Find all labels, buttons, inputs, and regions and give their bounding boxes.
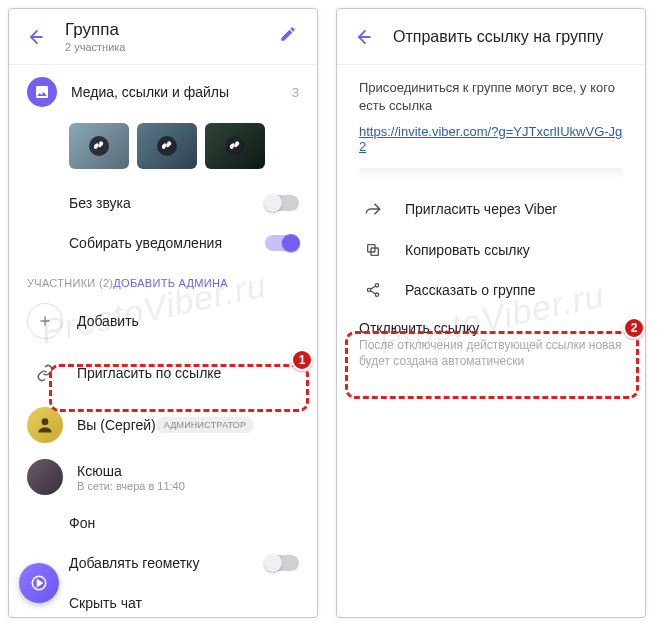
edit-button[interactable] [279,25,303,49]
media-thumb[interactable] [205,123,265,169]
fab-button[interactable] [19,563,59,603]
link-icon [27,355,63,391]
media-thumb[interactable] [137,123,197,169]
member-name: Вы (Сергей) [77,417,156,433]
invite-viber-label: Пригласить через Viber [405,201,557,217]
geo-label: Добавлять геометку [69,555,265,571]
media-count: 3 [292,85,299,100]
share-icon [359,282,387,298]
admin-badge: АДМИНИСТРАТОР [156,417,254,433]
mute-row[interactable]: Без звука [9,183,317,223]
add-member-label: Добавить [77,313,139,329]
media-thumb[interactable] [69,123,129,169]
copy-link-row[interactable]: Копировать ссылку [337,230,645,270]
invite-url-link[interactable]: https://invite.viber.com/?g=YJTxcrlIUkwV… [337,120,645,168]
copy-link-label: Копировать ссылку [405,242,530,258]
member-status: В сети: вчера в 11:40 [77,480,185,492]
member-row[interactable]: Ксюша В сети: вчера в 11:40 [9,451,317,503]
add-admin-link[interactable]: ДОБАВИТЬ АДМИНА [113,277,228,289]
collect-label: Собирать уведомления [69,235,265,251]
back-button[interactable] [351,25,375,49]
disable-link-title: Отключить ссылку [359,320,623,336]
collect-toggle[interactable] [265,235,299,251]
media-thumbnails [9,119,317,183]
svg-point-0 [42,418,49,425]
disable-link-subtitle: После отключения действующей ссылки нова… [359,338,623,369]
avatar [27,459,63,495]
invite-viber-row[interactable]: Пригласить через Viber [337,188,645,230]
mute-toggle[interactable] [265,195,299,211]
hide-chat-label: Скрыть чат [69,595,299,611]
description-text: Присоединиться к группе могут все, у ког… [337,65,645,120]
disable-link-row[interactable]: Отключить ссылку После отключения действ… [337,310,645,385]
blur-strip [359,168,623,180]
media-row[interactable]: Медиа, ссылки и файлы 3 [9,65,317,119]
back-button[interactable] [23,25,47,49]
step-badge-2: 2 [623,317,645,339]
background-row[interactable]: Фон [9,503,317,543]
header: Отправить ссылку на группу [337,9,645,65]
add-member-row[interactable]: Добавить [9,295,317,347]
copy-icon [359,242,387,258]
member-row[interactable]: Вы (Сергей) АДМИНИСТРАТОР [9,399,317,451]
collect-row[interactable]: Собирать уведомления [9,223,317,263]
member-name: Ксюша [77,463,185,479]
plus-icon [27,303,63,339]
page-title: Группа [65,20,279,40]
step-badge-1: 1 [291,349,313,371]
page-subtitle: 2 участника [65,41,279,53]
participants-label: УЧАСТНИКИ (2) [27,277,113,289]
header: Группа 2 участника [9,9,317,65]
geo-toggle[interactable] [265,555,299,571]
avatar [27,407,63,443]
share-group-row[interactable]: Рассказать о группе [337,270,645,310]
participants-header: УЧАСТНИКИ (2) ДОБАВИТЬ АДМИНА [9,263,317,295]
phone-right: Отправить ссылку на группу Присоединитьс… [336,8,646,618]
phone-left: е, как ивет ивет Группа 2 участника Меди… [8,8,318,618]
media-icon [27,77,57,107]
invite-link-label: Пригласить по ссылке [77,365,221,381]
background-label: Фон [69,515,299,531]
share-arrow-icon [359,200,387,218]
invite-link-row[interactable]: Пригласить по ссылке [9,347,317,399]
page-title: Отправить ссылку на группу [393,28,631,46]
media-label: Медиа, ссылки и файлы [71,84,292,100]
share-group-label: Рассказать о группе [405,282,536,298]
mute-label: Без звука [69,195,265,211]
